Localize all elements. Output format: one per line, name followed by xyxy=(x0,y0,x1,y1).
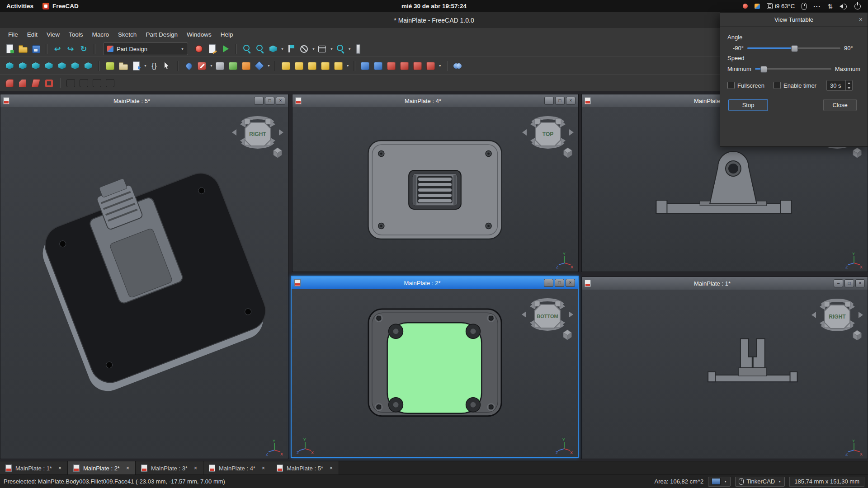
updown-indicator-icon[interactable]: ⇅ xyxy=(828,3,833,10)
navigation-style-dropdown[interactable]: TinkerCAD ▼ xyxy=(735,477,785,487)
make-link-icon[interactable] xyxy=(130,60,142,72)
highlight-color-dropdown[interactable]: ▼ xyxy=(708,477,731,487)
expression-editor-icon[interactable]: {} xyxy=(148,60,160,72)
map-sketch-icon[interactable] xyxy=(196,60,208,72)
validate-sketch-icon[interactable] xyxy=(214,60,226,72)
menu-file[interactable]: File xyxy=(4,29,23,40)
chevron-down-icon[interactable]: ▼ xyxy=(267,64,270,67)
speed-slider[interactable] xyxy=(755,65,831,73)
spin-down-icon[interactable] xyxy=(846,85,852,90)
chevron-down-icon[interactable]: ▼ xyxy=(144,64,147,67)
macro-play-icon[interactable] xyxy=(219,43,231,55)
mirrored-icon[interactable] xyxy=(65,77,76,89)
cpu-temp-indicator[interactable]: i9 63°C xyxy=(767,3,795,9)
groove-icon[interactable] xyxy=(386,60,397,72)
boolean-operation-icon[interactable] xyxy=(452,60,463,72)
tab-mainplate-3[interactable]: MainPlate : 3* × xyxy=(136,461,203,475)
view-cube-dropdown-icon[interactable] xyxy=(267,43,279,55)
chevron-down-icon[interactable]: ▼ xyxy=(330,47,333,51)
menu-view[interactable]: View xyxy=(42,29,64,40)
maximize-button[interactable]: □ xyxy=(555,97,565,105)
dialog-close-icon[interactable]: × xyxy=(859,13,863,26)
additive-pipe-icon[interactable] xyxy=(320,60,331,72)
menu-part-design[interactable]: Part Design xyxy=(141,29,182,40)
minimize-button[interactable]: – xyxy=(544,279,553,287)
clock[interactable]: mié 30 de abr 19:57:24 xyxy=(401,3,467,9)
view-rear-icon[interactable] xyxy=(56,60,68,72)
clone-icon[interactable] xyxy=(254,60,265,72)
navigation-cube[interactable]: RIGHT xyxy=(811,291,864,340)
additive-loft-icon[interactable] xyxy=(307,60,318,72)
volume-icon[interactable] xyxy=(840,3,848,9)
create-body-icon[interactable] xyxy=(117,60,129,72)
viewport-3d[interactable]: RIGHT Y Z X xyxy=(582,290,868,459)
view-right-icon[interactable] xyxy=(43,60,55,72)
tab-mainplate-2[interactable]: MainPlate : 2* × xyxy=(68,461,136,475)
menu-windows[interactable]: Windows xyxy=(182,29,216,40)
navigation-cube[interactable]: TOP xyxy=(521,109,575,158)
close-button[interactable]: Close xyxy=(823,99,857,111)
additive-primitive-icon[interactable] xyxy=(333,60,344,72)
child-titlebar[interactable]: MainPlate : 2* – □ × xyxy=(292,277,578,290)
macro-record-icon[interactable] xyxy=(193,43,205,55)
timer-spinbox[interactable]: 30 s xyxy=(826,80,853,91)
zoom-dropdown-icon[interactable] xyxy=(335,43,346,55)
enable-timer-checkbox[interactable] xyxy=(774,82,781,89)
subshapebinder-icon[interactable] xyxy=(241,60,252,72)
mouse-indicator-icon[interactable] xyxy=(802,3,807,10)
mini-cube-icon[interactable] xyxy=(564,148,572,158)
child-titlebar[interactable]: MainPlate : 4* – □ × xyxy=(292,94,578,108)
new-file-icon[interactable] xyxy=(4,43,15,55)
stop-button[interactable]: Stop xyxy=(728,99,768,111)
dialog-titlebar[interactable]: View Turntable × xyxy=(720,13,868,27)
tab-mainplate-1[interactable]: MainPlate : 1* × xyxy=(0,461,68,475)
chevron-down-icon[interactable]: ▼ xyxy=(348,47,351,51)
chevron-down-icon[interactable]: ▼ xyxy=(281,47,284,51)
chevron-down-icon[interactable]: ▼ xyxy=(210,64,213,67)
multitransform-icon[interactable] xyxy=(104,77,116,89)
close-button[interactable]: × xyxy=(276,97,285,105)
angle-slider[interactable] xyxy=(747,44,840,52)
mini-cube-icon[interactable] xyxy=(563,330,571,340)
tab-close-icon[interactable]: × xyxy=(330,465,333,471)
subtractive-primitive-icon[interactable] xyxy=(425,60,437,72)
fit-all-icon[interactable] xyxy=(241,43,253,55)
workbench-selector[interactable]: Part Design ▼ xyxy=(103,42,188,55)
polar-pattern-icon[interactable] xyxy=(91,77,103,89)
create-datum-icon[interactable] xyxy=(183,60,195,72)
maximize-button[interactable]: □ xyxy=(555,279,564,287)
minimize-button[interactable]: – xyxy=(544,97,554,105)
chevron-down-icon[interactable]: ▼ xyxy=(346,64,349,67)
maximize-button[interactable]: □ xyxy=(265,97,274,105)
activities-button[interactable]: Activities xyxy=(6,3,33,9)
tab-close-icon[interactable]: × xyxy=(126,465,129,471)
navigation-cube[interactable]: BOTTOM xyxy=(521,291,574,340)
spin-up-icon[interactable] xyxy=(846,80,852,85)
focused-app-indicator[interactable]: FreeCAD xyxy=(42,3,79,9)
shapebinder-icon[interactable] xyxy=(227,60,239,72)
whats-this-icon[interactable] xyxy=(161,60,173,72)
close-button[interactable]: × xyxy=(855,279,865,287)
menu-sketch[interactable]: Sketch xyxy=(113,29,141,40)
status-dot-icon[interactable] xyxy=(743,4,748,9)
view-bottom-icon[interactable] xyxy=(69,60,81,72)
power-icon[interactable] xyxy=(854,3,861,9)
open-file-icon[interactable] xyxy=(17,43,28,55)
menu-help[interactable]: Help xyxy=(216,29,238,40)
close-button[interactable]: × xyxy=(566,97,576,105)
pocket-icon[interactable] xyxy=(359,60,371,72)
mini-cube-icon[interactable] xyxy=(853,148,861,158)
thickness-icon[interactable] xyxy=(43,77,55,89)
fit-selection-icon[interactable] xyxy=(254,43,266,55)
view-left-icon[interactable] xyxy=(82,60,94,72)
tab-close-icon[interactable]: × xyxy=(194,465,197,471)
revolution-icon[interactable] xyxy=(293,60,305,72)
macro-edit-icon[interactable] xyxy=(206,43,218,55)
menu-macro[interactable]: Macro xyxy=(88,29,114,40)
save-icon[interactable] xyxy=(30,43,42,55)
subtractive-pipe-icon[interactable] xyxy=(412,60,424,72)
child-titlebar[interactable]: MainPlate : 1* – □ × xyxy=(582,277,868,290)
tab-close-icon[interactable]: × xyxy=(262,465,265,471)
draft-icon[interactable] xyxy=(30,77,42,89)
viewports-icon[interactable] xyxy=(316,43,328,55)
